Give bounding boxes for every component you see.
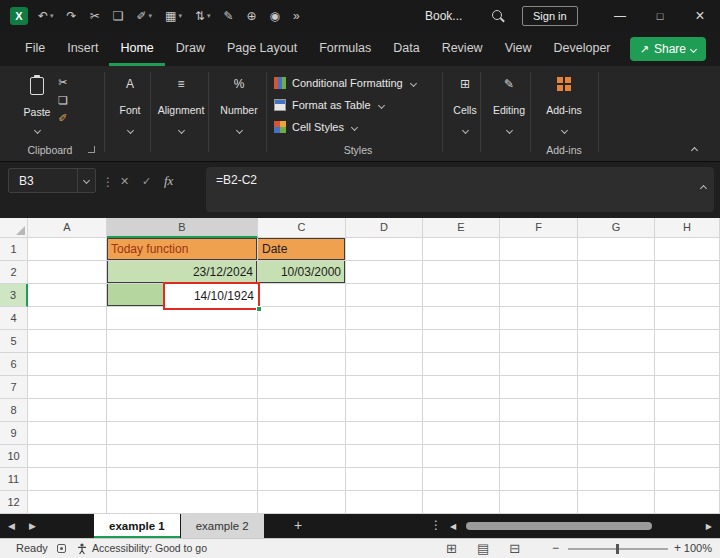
cell-A1[interactable] xyxy=(28,238,107,261)
undo-icon[interactable]: ↶▾ xyxy=(38,10,54,22)
row-header-1[interactable]: 1 xyxy=(0,238,28,261)
search-icon[interactable] xyxy=(492,10,505,23)
cell-G6[interactable] xyxy=(578,353,655,376)
menu-tab-file[interactable]: File xyxy=(14,32,56,66)
zoom-in-button[interactable]: + xyxy=(674,542,681,554)
cell-C5[interactable] xyxy=(258,330,346,353)
cell-G4[interactable] xyxy=(578,307,655,330)
cell-F2[interactable] xyxy=(500,261,578,284)
scrollbar-thumb[interactable] xyxy=(466,522,652,530)
cell-D6[interactable] xyxy=(346,353,423,376)
cells-group-button[interactable]: ⊞Cells xyxy=(446,74,484,136)
cell-C9[interactable] xyxy=(258,422,346,445)
cell-D7[interactable] xyxy=(346,376,423,399)
menu-tab-formulas[interactable]: Formulas xyxy=(308,32,382,66)
cell-A10[interactable] xyxy=(28,445,107,468)
page-layout-view-button[interactable]: ▤ xyxy=(477,541,489,556)
draw-icon[interactable]: ✎ xyxy=(223,10,233,22)
cell-A5[interactable] xyxy=(28,330,107,353)
insert-function-icon[interactable]: fx xyxy=(164,173,173,189)
cell-A7[interactable] xyxy=(28,376,107,399)
zoom-slider-thumb[interactable] xyxy=(616,544,619,554)
cell-A2[interactable] xyxy=(28,261,107,284)
cell-E1[interactable] xyxy=(423,238,500,261)
cell-H5[interactable] xyxy=(655,330,720,353)
column-header-A[interactable]: A xyxy=(28,218,107,238)
cell-B6[interactable] xyxy=(107,353,258,376)
row-header-3[interactable]: 3 xyxy=(0,284,28,307)
cell-C3[interactable] xyxy=(258,284,346,307)
copy-icon[interactable]: ❏ xyxy=(113,10,124,22)
row-header-8[interactable]: 8 xyxy=(0,399,28,422)
cell-C1[interactable]: Date xyxy=(258,238,346,261)
cell-H9[interactable] xyxy=(655,422,720,445)
row-header-12[interactable]: 12 xyxy=(0,491,28,514)
row-header-9[interactable]: 9 xyxy=(0,422,28,445)
paste-button[interactable]: Paste xyxy=(18,74,56,136)
cell-E6[interactable] xyxy=(423,353,500,376)
menu-tab-draw[interactable]: Draw xyxy=(165,32,216,66)
cell-E11[interactable] xyxy=(423,468,500,491)
cell-D2[interactable] xyxy=(346,261,423,284)
cell-C8[interactable] xyxy=(258,399,346,422)
cell-A12[interactable] xyxy=(28,491,107,514)
column-header-E[interactable]: E xyxy=(423,218,500,238)
cell-G3[interactable] xyxy=(578,284,655,307)
cell-F6[interactable] xyxy=(500,353,578,376)
enter-icon[interactable]: ✓ xyxy=(142,175,151,188)
excel-logo-icon[interactable]: X xyxy=(10,7,28,25)
column-header-F[interactable]: F xyxy=(500,218,578,238)
more-commands-icon[interactable]: » xyxy=(293,10,300,22)
cell-B3[interactable]: 14/10/1924 xyxy=(107,284,258,307)
cell-F11[interactable] xyxy=(500,468,578,491)
column-header-G[interactable]: G xyxy=(578,218,655,238)
cell-B11[interactable] xyxy=(107,468,258,491)
name-box-dropdown[interactable] xyxy=(77,169,95,192)
cell-A4[interactable] xyxy=(28,307,107,330)
cell-B7[interactable] xyxy=(107,376,258,399)
sheet-options-icon[interactable]: ⋮ xyxy=(430,518,442,532)
copy-icon[interactable]: ❏ xyxy=(58,95,68,106)
cell-B9[interactable] xyxy=(107,422,258,445)
cell-H3[interactable] xyxy=(655,284,720,307)
cell-E2[interactable] xyxy=(423,261,500,284)
row-header-2[interactable]: 2 xyxy=(0,261,28,284)
cell-G10[interactable] xyxy=(578,445,655,468)
cell-D3[interactable] xyxy=(346,284,423,307)
scroll-right-icon[interactable]: ▶ xyxy=(706,522,712,531)
zoom-level[interactable]: 100% xyxy=(684,542,712,554)
cell-G1[interactable] xyxy=(578,238,655,261)
row-header-4[interactable]: 4 xyxy=(0,307,28,330)
cell-H7[interactable] xyxy=(655,376,720,399)
share-button[interactable]: ↗ Share xyxy=(630,37,706,61)
cell-G9[interactable] xyxy=(578,422,655,445)
font-group-button[interactable]: AFont xyxy=(108,74,152,136)
cell-H1[interactable] xyxy=(655,238,720,261)
cell-B4[interactable] xyxy=(107,307,258,330)
cell-B5[interactable] xyxy=(107,330,258,353)
zoom-out-button[interactable]: − xyxy=(552,542,559,554)
cell-E10[interactable] xyxy=(423,445,500,468)
sort-icon[interactable]: ⇅▾ xyxy=(195,10,211,22)
add-ins-group-button[interactable]: Add-ins xyxy=(534,74,594,136)
cancel-icon[interactable]: ✕ xyxy=(120,175,129,188)
collapse-ribbon-button[interactable] xyxy=(691,147,698,154)
cell-E4[interactable] xyxy=(423,307,500,330)
cell-F8[interactable] xyxy=(500,399,578,422)
close-button[interactable]: × xyxy=(680,0,720,32)
cell-C6[interactable] xyxy=(258,353,346,376)
cell-E8[interactable] xyxy=(423,399,500,422)
cell-E9[interactable] xyxy=(423,422,500,445)
formula-input[interactable]: =B2-C2 xyxy=(206,167,714,212)
cut-icon[interactable]: ✂ xyxy=(90,10,100,22)
cell-D4[interactable] xyxy=(346,307,423,330)
column-header-B[interactable]: B xyxy=(107,218,258,238)
cell-A9[interactable] xyxy=(28,422,107,445)
maximize-button[interactable]: □ xyxy=(640,0,680,32)
cell-styles-button[interactable]: Cell Styles xyxy=(274,116,442,138)
cell-H12[interactable] xyxy=(655,491,720,514)
next-sheet-button[interactable]: ▶ xyxy=(29,521,36,531)
cell-F1[interactable] xyxy=(500,238,578,261)
row-header-10[interactable]: 10 xyxy=(0,445,28,468)
cell-C4[interactable] xyxy=(258,307,346,330)
